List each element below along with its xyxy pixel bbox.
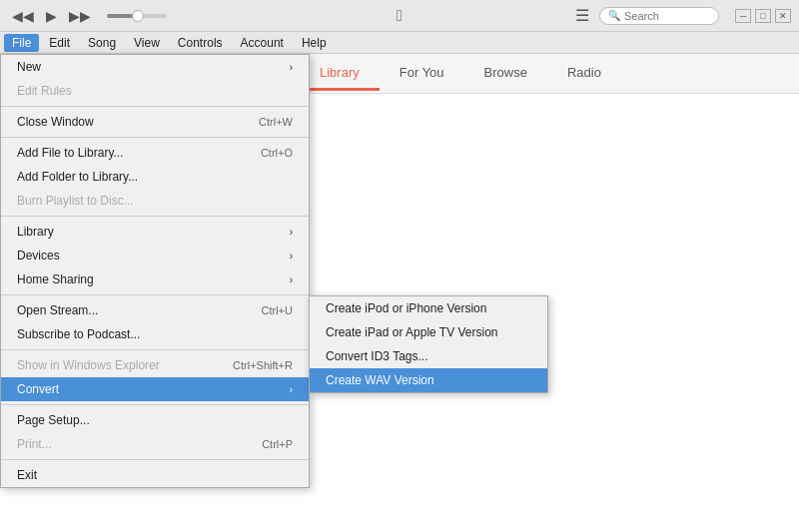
menu-separator — [1, 137, 309, 138]
submenu-arrow-icon: › — [290, 251, 293, 262]
menu-item-new[interactable]: New› — [1, 55, 309, 79]
menu-item-library_sub[interactable]: Library› — [1, 220, 309, 244]
menu-item-label: Library — [17, 225, 54, 239]
submenu-item-convert_id3[interactable]: Convert ID3 Tags... — [310, 344, 547, 368]
title-bar: ◀◀ ▶ ▶▶  ☰ 🔍 ─ □ ✕ — [0, 0, 799, 32]
submenu-item-create_ipod[interactable]: Create iPod or iPhone Version — [310, 296, 547, 320]
menu-item-devices[interactable]: Devices› — [1, 244, 309, 267]
nav-tab-browse[interactable]: Browse — [464, 57, 547, 91]
menu-item-label: Home Sharing — [17, 272, 94, 286]
next-button[interactable]: ▶▶ — [65, 6, 95, 26]
volume-slider[interactable] — [107, 14, 167, 18]
submenu-item-create_wav[interactable]: Create WAV Version — [310, 368, 547, 392]
menu-item-label: Add Folder to Library... — [17, 170, 138, 184]
window-controls: ─ □ ✕ — [735, 9, 791, 23]
search-input[interactable] — [624, 10, 704, 22]
menu-item-label: Devices — [17, 249, 60, 263]
menu-item-label: Burn Playlist to Disc... — [17, 194, 134, 208]
menu-item-exit[interactable]: Exit — [1, 463, 309, 487]
menu-item-print: Print...Ctrl+P — [1, 432, 309, 456]
menu-item-convert[interactable]: Convert› — [1, 377, 309, 401]
menu-item-open_stream[interactable]: Open Stream...Ctrl+U — [1, 298, 309, 322]
menu-item-home_sharing[interactable]: Home Sharing› — [1, 267, 309, 291]
menu-item-label: Exit — [17, 468, 37, 482]
menu-item-label: Convert — [17, 382, 59, 396]
menu-item-view[interactable]: View — [126, 34, 168, 52]
menu-item-song[interactable]: Song — [80, 34, 124, 52]
playback-controls: ◀◀ ▶ ▶▶ — [0, 6, 167, 26]
minimize-button[interactable]: ─ — [735, 9, 751, 23]
volume-thumb — [132, 10, 144, 22]
menu-item-add_folder[interactable]: Add Folder to Library... — [1, 165, 309, 189]
submenu-arrow-icon: › — [290, 274, 293, 285]
menu-item-close_window[interactable]: Close WindowCtrl+W — [1, 110, 309, 134]
menu-item-label: Print... — [17, 437, 52, 451]
menu-item-shortcut: Ctrl+O — [261, 147, 293, 159]
convert-submenu: Create iPod or iPhone VersionCreate iPad… — [309, 295, 548, 393]
menu-item-show_explorer: Show in Windows ExplorerCtrl+Shift+R — [1, 353, 309, 377]
menu-item-shortcut: Ctrl+Shift+R — [233, 359, 293, 371]
menu-item-label: Open Stream... — [17, 303, 98, 317]
menu-item-label: Close Window — [17, 115, 94, 129]
nav-tab-library[interactable]: Library — [300, 57, 380, 91]
list-icon[interactable]: ☰ — [575, 6, 589, 25]
menu-item-help[interactable]: Help — [294, 34, 335, 52]
menu-item-controls[interactable]: Controls — [170, 34, 231, 52]
menu-item-label: Add File to Library... — [17, 146, 124, 160]
menu-item-account[interactable]: Account — [233, 34, 292, 52]
menu-separator — [1, 216, 309, 217]
menu-item-shortcut: Ctrl+W — [259, 116, 293, 128]
search-box[interactable]: 🔍 — [599, 7, 719, 25]
menu-item-shortcut: Ctrl+U — [262, 304, 293, 316]
play-button[interactable]: ▶ — [42, 6, 61, 26]
file-menu-dropdown: New›Edit RulesClose WindowCtrl+WAdd File… — [0, 54, 310, 488]
restore-button[interactable]: □ — [755, 9, 771, 23]
close-button[interactable]: ✕ — [775, 9, 791, 23]
menu-item-label: Show in Windows Explorer — [17, 358, 160, 372]
menu-item-page_setup[interactable]: Page Setup... — [1, 408, 309, 432]
menu-separator — [1, 294, 309, 295]
menu-separator — [1, 404, 309, 405]
menu-separator — [1, 349, 309, 350]
menu-separator — [1, 106, 309, 107]
submenu-arrow-icon: › — [290, 384, 293, 395]
nav-tab-radio[interactable]: Radio — [547, 57, 621, 91]
menu-separator — [1, 459, 309, 460]
nav-tab-foryou[interactable]: For You — [380, 57, 464, 91]
menu-item-file[interactable]: File — [4, 34, 39, 52]
menu-item-shortcut: Ctrl+P — [262, 438, 293, 450]
apple-logo:  — [397, 7, 402, 25]
submenu-arrow-icon: › — [290, 62, 293, 73]
submenu-arrow-icon: › — [290, 227, 293, 238]
menu-item-add_file[interactable]: Add File to Library...Ctrl+O — [1, 141, 309, 165]
menu-bar: FileEditSongViewControlsAccountHelp — [0, 32, 799, 54]
submenu-item-create_ipad[interactable]: Create iPad or Apple TV Version — [310, 320, 547, 344]
menu-item-label: Subscribe to Podcast... — [17, 327, 140, 341]
menu-item-label: Edit Rules — [17, 84, 72, 98]
menu-item-label: Page Setup... — [17, 413, 90, 427]
menu-item-subscribe_podcast[interactable]: Subscribe to Podcast... — [1, 322, 309, 346]
menu-item-edit[interactable]: Edit — [41, 34, 78, 52]
prev-button[interactable]: ◀◀ — [8, 6, 38, 26]
search-icon: 🔍 — [608, 10, 620, 21]
menu-item-edit_rules: Edit Rules — [1, 79, 309, 103]
menu-item-label: New — [17, 60, 41, 74]
menu-item-burn_playlist: Burn Playlist to Disc... — [1, 189, 309, 213]
